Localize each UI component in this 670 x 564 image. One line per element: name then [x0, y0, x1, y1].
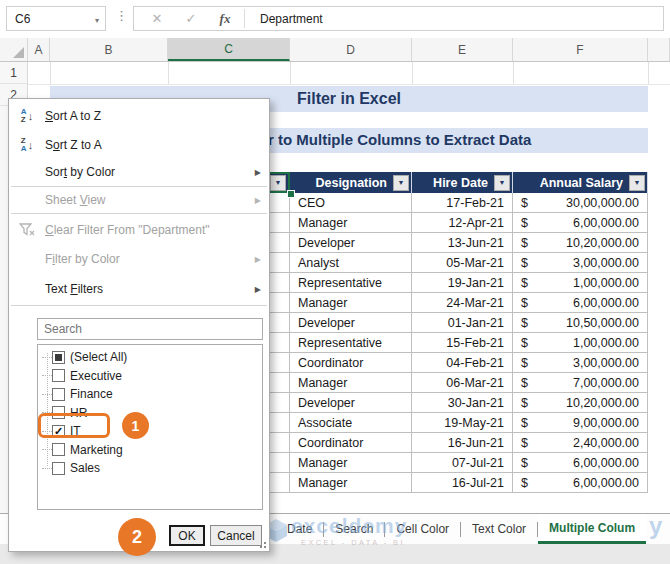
cell-annual-salary[interactable]: $1,00,000.00	[513, 273, 648, 293]
cell-hire-date[interactable]: 12-Apr-21	[412, 213, 513, 233]
cell-designation[interactable]: Associate	[290, 413, 412, 433]
cell-hire-date[interactable]: 24-Mar-21	[412, 293, 513, 313]
column-header-D[interactable]: D	[290, 38, 412, 61]
cell-annual-salary[interactable]: $2,40,000.00	[513, 433, 648, 453]
filter-option-hr[interactable]: HR	[38, 404, 262, 423]
insert-function-icon[interactable]: fx	[210, 7, 240, 30]
currency-symbol: $	[521, 236, 528, 250]
filter-button-annual-salary[interactable]: ▼	[629, 175, 645, 191]
cell-annual-salary[interactable]: $3,00,000.00	[513, 353, 648, 373]
filter-option-executive[interactable]: Executive	[38, 367, 262, 386]
cell-designation[interactable]: Representative	[290, 273, 412, 293]
resize-grip[interactable]	[257, 539, 267, 549]
cell-designation[interactable]: Manager	[290, 373, 412, 393]
sheet-tab-multiple-colum[interactable]: Multiple Colum	[538, 514, 646, 544]
cell-annual-salary[interactable]: $3,00,000.00	[513, 253, 648, 273]
checkbox-unchecked[interactable]	[52, 388, 65, 401]
menu-item-sort-by-color[interactable]: Sort by Color▶	[9, 159, 269, 185]
cell-annual-salary[interactable]: $6,00,000.00	[513, 473, 648, 493]
cell-designation[interactable]: Analyst	[290, 253, 412, 273]
cancel-button[interactable]: Cancel	[210, 525, 262, 546]
cell-hire-date[interactable]: 05-Mar-21	[412, 253, 513, 273]
cell-hire-date[interactable]: 19-May-21	[412, 413, 513, 433]
sheet-tab-text-color[interactable]: Text Color	[461, 514, 537, 544]
cell-hire-date[interactable]: 01-Jan-21	[412, 313, 513, 333]
cell-designation[interactable]: Developer	[290, 393, 412, 413]
column-header-B[interactable]: B	[50, 38, 168, 61]
filter-button-department[interactable]: ▼	[270, 175, 286, 191]
confirm-entry-icon[interactable]: ✓	[176, 7, 206, 30]
menu-item-text-filters[interactable]: Text Filters▶	[9, 274, 269, 304]
submenu-arrow-icon: ▶	[255, 196, 261, 205]
name-box[interactable]: C6 ▾	[6, 6, 106, 31]
cell-annual-salary[interactable]: $9,00,000.00	[513, 413, 648, 433]
row-header-1[interactable]: 1	[0, 62, 27, 84]
sheet-tab-cell-color[interactable]: Cell Color	[385, 514, 460, 544]
cell-hire-date[interactable]: 15-Feb-21	[412, 333, 513, 353]
cell-hire-date[interactable]: 16-Jun-21	[412, 433, 513, 453]
column-header-E[interactable]: E	[412, 38, 513, 61]
cell-designation[interactable]: Manager	[290, 213, 412, 233]
checkbox-unchecked[interactable]	[52, 462, 65, 475]
filter-option-it[interactable]: ✓IT	[38, 422, 262, 441]
cell-annual-salary[interactable]: $1,00,000.00	[513, 333, 648, 353]
sheet-tab-search[interactable]: Search	[324, 514, 384, 544]
menu-item-sort-a-to-z[interactable]: AZ↓Sort A to Z	[9, 101, 269, 130]
column-headers: ABCDEF	[0, 38, 670, 62]
cell-annual-salary[interactable]: $10,20,000.00	[513, 393, 648, 413]
checkbox-unchecked[interactable]	[52, 443, 65, 456]
cell-hire-date[interactable]: 19-Jan-21	[412, 273, 513, 293]
table-header-annual-salary[interactable]: Annual Salary▼	[513, 172, 648, 193]
filter-option-sales[interactable]: Sales	[38, 459, 262, 478]
cell-hire-date[interactable]: 07-Jul-21	[412, 453, 513, 473]
table-header-hire-date[interactable]: Hire Date▼	[412, 172, 513, 193]
formula-bar-value: Department	[260, 7, 323, 30]
filter-option-select-all[interactable]: (Select All)	[38, 348, 262, 367]
cell-hire-date[interactable]: 30-Jan-21	[412, 393, 513, 413]
cell-annual-salary[interactable]: $6,00,000.00	[513, 453, 648, 473]
cell-hire-date[interactable]: 16-Jul-21	[412, 473, 513, 493]
filter-button-designation[interactable]: ▼	[393, 175, 409, 191]
checkbox-indeterminate[interactable]	[52, 351, 65, 364]
cancel-entry-icon[interactable]: ✕	[142, 7, 172, 30]
cell-designation[interactable]: CEO	[290, 193, 412, 213]
checkbox-unchecked[interactable]	[52, 369, 65, 382]
cell-hire-date[interactable]: 13-Jun-21	[412, 233, 513, 253]
cell-hire-date[interactable]: 06-Mar-21	[412, 373, 513, 393]
filter-option-finance[interactable]: Finance	[38, 385, 262, 404]
fill-handle[interactable]	[287, 190, 295, 198]
formula-bar[interactable]: ✕ ✓ fx Department	[133, 6, 664, 31]
column-header-F[interactable]: F	[513, 38, 648, 61]
cell-annual-salary[interactable]: $6,00,000.00	[513, 213, 648, 233]
cell-annual-salary[interactable]: $10,20,000.00	[513, 233, 648, 253]
search-input[interactable]	[37, 318, 263, 340]
checkbox-unchecked[interactable]	[52, 406, 65, 419]
formula-bar-row: C6 ▾ ⋮ ✕ ✓ fx Department	[0, 0, 670, 39]
cell-annual-salary[interactable]: $10,50,000.00	[513, 313, 648, 333]
sheet-tab-date[interactable]: Date	[276, 514, 323, 544]
column-header-C[interactable]: C	[168, 38, 290, 61]
cell-designation[interactable]: Coordinator	[290, 433, 412, 453]
table-header-designation[interactable]: Designation▼	[290, 172, 412, 193]
cell-designation[interactable]: Developer	[290, 313, 412, 333]
cell-annual-salary[interactable]: $6,00,000.00	[513, 293, 648, 313]
filter-option-marketing[interactable]: Marketing	[38, 441, 262, 460]
ok-button[interactable]: OK	[169, 525, 205, 546]
cell-designation[interactable]: Manager	[290, 453, 412, 473]
cell-designation[interactable]: Manager	[290, 293, 412, 313]
cell-annual-salary[interactable]: $7,00,000.00	[513, 373, 648, 393]
cell-annual-salary[interactable]: $30,00,000.00	[513, 193, 648, 213]
column-header-A[interactable]: A	[28, 38, 50, 61]
menu-item-sort-z-to-a[interactable]: ZA↓Sort Z to A	[9, 130, 269, 159]
cell-designation[interactable]: Manager	[290, 473, 412, 493]
name-box-dropdown-icon[interactable]: ▾	[95, 16, 99, 25]
checkbox-checked[interactable]: ✓	[52, 425, 65, 438]
page-title: Filter in Excel	[297, 90, 401, 108]
filter-button-hire-date[interactable]: ▼	[494, 175, 510, 191]
cell-hire-date[interactable]: 04-Feb-21	[412, 353, 513, 373]
select-all-corner[interactable]	[0, 38, 28, 61]
cell-hire-date[interactable]: 17-Feb-21	[412, 193, 513, 213]
cell-designation[interactable]: Representative	[290, 333, 412, 353]
cell-designation[interactable]: Coordinator	[290, 353, 412, 373]
cell-designation[interactable]: Developer	[290, 233, 412, 253]
